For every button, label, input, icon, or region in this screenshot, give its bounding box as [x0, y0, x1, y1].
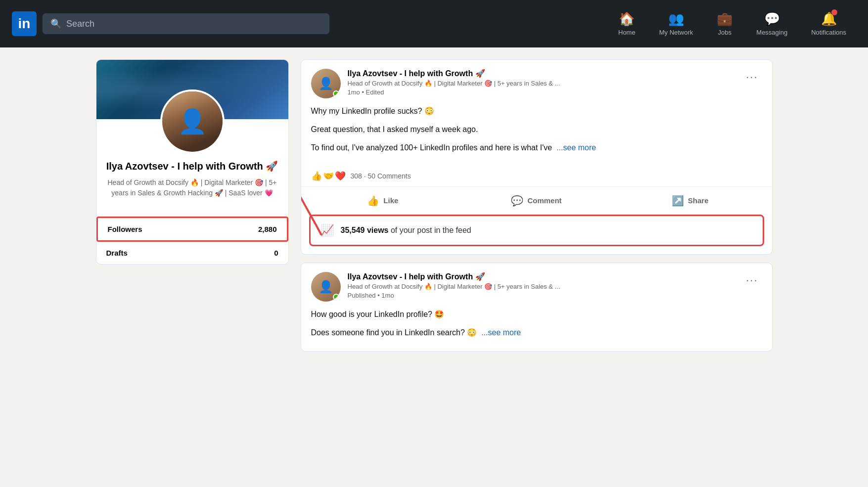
share-icon: ↗️: [672, 195, 684, 207]
post-time-1: 1mo • Edited: [348, 89, 735, 96]
views-section: 📈 35,549 views of your post in the feed: [301, 215, 772, 254]
followers-row[interactable]: Followers 2,880: [96, 217, 288, 242]
heart-reaction: ❤️: [335, 171, 346, 181]
nav-label-my-network: My Network: [659, 29, 693, 36]
post-header-2: 👤 Ilya Azovtsev - I help with Growth 🚀 H…: [301, 263, 772, 308]
my-network-icon: 👥: [668, 11, 684, 27]
views-text: 35,549 views of your post in the feed: [341, 226, 471, 235]
see-more-link-1[interactable]: ...see more: [556, 143, 596, 152]
post-line-3: To find out, I've analyzed 100+ LinkedIn…: [311, 141, 762, 154]
nav-item-messaging[interactable]: 💬 Messaging: [746, 7, 797, 40]
share-label: Share: [688, 196, 709, 205]
profile-avatar-wrap: 👤: [160, 89, 225, 154]
like-icon: 👍: [367, 195, 379, 207]
share-button-1[interactable]: ↗️ Share: [613, 189, 767, 213]
drafts-value: 0: [274, 249, 278, 257]
post-author-2[interactable]: Ilya Azovtsev - I help with Growth 🚀: [348, 272, 735, 281]
profile-info: Ilya Azovtsev - I help with Growth 🚀 Hea…: [96, 154, 288, 216]
drafts-row[interactable]: Drafts 0: [96, 242, 288, 264]
profile-card: 👤 Ilya Azovtsev - I help with Growth 🚀 H…: [96, 59, 289, 265]
clap-reaction: 🤝: [323, 171, 334, 181]
notification-dot: [831, 9, 837, 15]
reaction-icons-1: 👍 🤝 ❤️: [311, 171, 346, 181]
like-button-1[interactable]: 👍 Like: [306, 189, 460, 213]
post-body-1: Why my LinkedIn profile sucks? 😳 Great q…: [301, 104, 772, 167]
post-avatar-1[interactable]: 👤: [311, 69, 341, 98]
followers-label: Followers: [108, 225, 142, 233]
avatar-inner: 👤: [162, 91, 223, 152]
followers-value: 2,880: [258, 225, 277, 233]
post-more-button-2[interactable]: ···: [742, 272, 762, 289]
post-meta-1: Ilya Azovtsev - I help with Growth 🚀 Hea…: [348, 69, 735, 96]
views-suffix: of your post in the feed: [391, 226, 471, 234]
nav-label-messaging: Messaging: [756, 29, 787, 36]
post-subtitle-1: Head of Growth at Docsify 🔥 | Digital Ma…: [348, 80, 735, 87]
comment-button-1[interactable]: 💬 Comment: [459, 189, 613, 213]
nav-label-jobs: Jobs: [718, 29, 731, 36]
search-input[interactable]: [66, 19, 321, 29]
reaction-count-1: 308 · 50 Comments: [351, 172, 411, 180]
nav-label-home: Home: [618, 29, 636, 36]
post-line-2: Great question, that I asked myself a we…: [311, 123, 762, 136]
post-avatar-2[interactable]: 👤: [311, 272, 341, 302]
linkedin-logo[interactable]: in: [12, 11, 37, 36]
post-time-2: Published • 1mo: [348, 292, 735, 299]
like-label: Like: [383, 196, 398, 205]
views-chart-icon: 📈: [320, 224, 334, 237]
comment-icon: 💬: [511, 195, 523, 207]
like-reaction: 👍: [311, 171, 322, 181]
avatar: 👤: [160, 89, 225, 154]
post-subtitle-2: Head of Growth at Docsify 🔥 | Digital Ma…: [348, 283, 735, 290]
nav-items: 🏠 Home 👥 My Network 💼 Jobs 💬 Messaging 🔔…: [608, 7, 856, 40]
nav-item-home[interactable]: 🏠 Home: [608, 7, 645, 40]
online-indicator-2: [333, 294, 339, 300]
post-meta-2: Ilya Azovtsev - I help with Growth 🚀 Hea…: [348, 272, 735, 299]
profile-stats: Followers 2,880 Drafts 0: [96, 216, 288, 264]
post-card-1: 👤 Ilya Azovtsev - I help with Growth 🚀 H…: [301, 59, 773, 255]
post2-line-1: How good is your LinkedIn profile? 🤩: [311, 308, 762, 321]
navbar: in 🔍 🏠 Home 👥 My Network 💼 Jobs 💬 Messag…: [0, 0, 868, 47]
main-layout: 👤 Ilya Azovtsev - I help with Growth 🚀 H…: [88, 47, 780, 371]
profile-headline: Head of Growth at Docsify 🔥 | Digital Ma…: [106, 177, 278, 198]
search-icon: 🔍: [50, 18, 61, 29]
drafts-label: Drafts: [106, 249, 128, 257]
see-more-link-2[interactable]: ...see more: [481, 328, 521, 337]
home-icon: 🏠: [619, 11, 635, 27]
views-box[interactable]: 📈 35,549 views of your post in the feed: [309, 215, 764, 246]
profile-name: Ilya Azovtsev - I help with Growth 🚀: [106, 160, 278, 173]
post-author-1[interactable]: Ilya Azovtsev - I help with Growth 🚀: [348, 69, 735, 78]
post-reactions-1: 👍 🤝 ❤️ 308 · 50 Comments: [301, 167, 772, 187]
jobs-icon: 💼: [717, 11, 732, 27]
post-more-button-1[interactable]: ···: [742, 69, 762, 86]
nav-item-jobs[interactable]: 💼 Jobs: [707, 7, 742, 40]
sidebar: 👤 Ilya Azovtsev - I help with Growth 🚀 H…: [96, 59, 289, 359]
nav-label-notifications: Notifications: [811, 29, 846, 36]
post-header-1: 👤 Ilya Azovtsev - I help with Growth 🚀 H…: [301, 60, 772, 104]
post-body-2: How good is your LinkedIn profile? 🤩 Doe…: [301, 308, 772, 351]
post-actions-1: 👍 Like 💬 Comment ↗️ Share: [301, 187, 772, 215]
online-indicator-1: [333, 90, 339, 97]
post2-line-2: Does someone find you in LinkedIn search…: [311, 326, 762, 339]
nav-item-my-network[interactable]: 👥 My Network: [649, 7, 703, 40]
nav-item-notifications[interactable]: 🔔 Notifications: [801, 7, 856, 40]
search-bar[interactable]: 🔍: [43, 13, 329, 34]
comment-label: Comment: [527, 196, 561, 205]
messaging-icon: 💬: [764, 11, 780, 27]
post-line-1: Why my LinkedIn profile sucks? 😳: [311, 104, 762, 118]
feed: 👤 Ilya Azovtsev - I help with Growth 🚀 H…: [301, 59, 773, 359]
post-card-2: 👤 Ilya Azovtsev - I help with Growth 🚀 H…: [301, 263, 773, 352]
views-count: 35,549 views: [341, 226, 389, 234]
